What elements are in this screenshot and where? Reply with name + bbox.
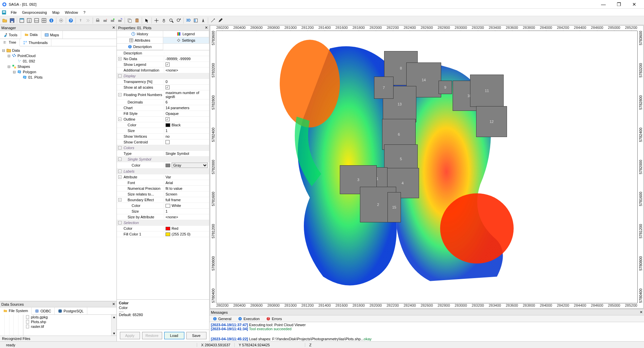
tool-3d-icon[interactable]: 3D (185, 17, 192, 24)
tab-data[interactable]: Data (21, 31, 41, 39)
tool-layout-icon[interactable] (192, 17, 199, 24)
ds-tab-postgresql[interactable]: PostgreSQL (55, 307, 87, 314)
collapse-icon[interactable]: − (118, 198, 122, 202)
plot-polygon[interactable]: 11 (470, 75, 504, 107)
checkbox-outline[interactable]: ✓ (166, 117, 170, 121)
tool-open-icon[interactable] (1, 17, 8, 24)
plot-polygon[interactable]: 15 (387, 192, 401, 222)
menu-file[interactable]: File (8, 10, 19, 15)
map-canvas[interactable]: 8 14 7 9 10 11 12 13 6 5 4 1 3 2 15 (216, 31, 637, 303)
tool-save-icon[interactable] (9, 17, 15, 24)
collapse-icon[interactable]: − (118, 221, 122, 224)
messages-body[interactable]: [2023-04-19/11:37:47] Executing tool: Po… (210, 322, 644, 341)
pointcloud-icon (12, 53, 16, 58)
prop-tab-legend[interactable]: Legend (163, 31, 210, 37)
plot-polygon[interactable]: 7 (374, 77, 394, 99)
subtab-thumbnails[interactable]: Thumbnails (20, 39, 51, 46)
tool-win1-icon[interactable] (18, 17, 25, 24)
menu-map[interactable]: Map (50, 10, 62, 15)
datasources-close-icon[interactable]: ✕ (112, 302, 115, 306)
tool-info-icon[interactable]: i (48, 17, 55, 24)
tool-paste-icon[interactable] (134, 17, 140, 24)
prop-tab-history[interactable]: History (117, 31, 163, 37)
collapse-icon[interactable]: − (118, 118, 122, 121)
tool-link-icon[interactable] (58, 17, 64, 24)
checkbox-show-centroid[interactable] (166, 140, 170, 144)
tool-cross-icon[interactable] (153, 17, 160, 24)
ds-footer[interactable]: Recognized Files (0, 336, 117, 341)
collapse-icon[interactable]: − (118, 158, 122, 161)
ds-file[interactable]: plots.gpkg (24, 315, 111, 319)
checkbox-show-legend[interactable]: ✓ (166, 62, 170, 67)
subtab-tree[interactable]: Tree (0, 39, 20, 46)
maximize-button[interactable]: ❐ (611, 0, 627, 8)
save-button[interactable]: Save (186, 332, 206, 339)
collapse-icon[interactable]: − (118, 170, 122, 173)
plot-polygon[interactable]: 12 (476, 106, 507, 137)
load-button[interactable]: Load (164, 332, 184, 339)
tool-win2-icon[interactable] (26, 17, 33, 24)
properties-close-icon[interactable]: ✕ (205, 26, 208, 30)
tree-pointcloud[interactable]: ⊟PointCloud (7, 53, 115, 58)
tool-north-icon[interactable] (200, 17, 206, 24)
expand-icon[interactable]: + (118, 57, 122, 60)
tool-help-icon[interactable]: ? (67, 17, 74, 24)
tool-win4-icon[interactable] (41, 17, 47, 24)
tool-zoomreset-icon[interactable] (175, 17, 182, 24)
tree-plots[interactable]: 01. Plots (17, 75, 115, 80)
ds-file[interactable]: Plots.shp (24, 319, 111, 324)
collapse-icon[interactable]: − (118, 146, 122, 149)
data-tree[interactable]: ⊟Data ⊟PointCloud 01. 092 ⊟Shapes ⊟Polyg… (0, 46, 117, 301)
msg-tab-errors[interactable]: !Errors (263, 315, 285, 322)
tool-nav2-icon[interactable] (85, 17, 91, 24)
collapse-icon[interactable]: − (118, 93, 122, 96)
collapse-icon[interactable]: − (118, 175, 122, 179)
color-combo[interactable]: Gray (172, 163, 208, 168)
tool-win3-icon[interactable] (33, 17, 40, 24)
menu-help[interactable]: ? (81, 10, 88, 15)
tool-print4-icon[interactable] (117, 17, 123, 24)
tab-maps[interactable]: Maps (41, 31, 63, 39)
plot-polygon[interactable]: 9 (439, 81, 452, 94)
ds-tab-filesystem[interactable]: File System (0, 307, 32, 315)
color-swatch-red[interactable] (166, 227, 170, 230)
tool-print1-icon[interactable] (94, 17, 101, 24)
tree-root-data[interactable]: ⊟Data (1, 48, 115, 53)
msg-tab-general[interactable]: iGeneral (210, 315, 235, 322)
manager-close-icon[interactable]: ✕ (112, 26, 115, 30)
tree-polygon[interactable]: ⊟Polygon (12, 69, 115, 75)
collapse-icon[interactable]: − (118, 74, 122, 78)
tool-print3-icon[interactable] (109, 17, 116, 24)
tool-nav1-icon[interactable] (77, 17, 84, 24)
checkbox-show-all-scales[interactable]: ✓ (166, 85, 170, 89)
tool-pointer-icon[interactable] (143, 17, 150, 24)
msg-tab-execution[interactable]: Execution (235, 315, 263, 322)
ds-nav[interactable] (0, 315, 24, 336)
ds-file[interactable]: raster.tif (24, 324, 111, 329)
prop-tab-attributes[interactable]: Attributes (117, 37, 163, 44)
color-swatch-white[interactable] (166, 204, 170, 208)
tool-copy-icon[interactable] (126, 17, 133, 24)
ds-scrollbar[interactable]: ▴▾ (111, 315, 117, 336)
menu-geoprocessing[interactable]: Geoprocessing (19, 10, 50, 15)
messages-close-icon[interactable]: ✕ (640, 310, 643, 314)
map-view[interactable]: 2802002804002806002808002810002812002814… (210, 25, 644, 309)
color-swatch-gray[interactable] (166, 164, 170, 167)
tab-tools[interactable]: Tools (0, 31, 21, 39)
tool-print2-icon[interactable] (102, 17, 108, 24)
tree-shapes[interactable]: ⊟Shapes (7, 64, 115, 69)
close-window-button[interactable]: ✕ (627, 0, 642, 8)
tool-zoom-icon[interactable] (168, 17, 175, 24)
ds-tab-odbc[interactable]: ODBC (32, 307, 55, 314)
color-swatch-black[interactable] (166, 123, 170, 127)
minimize-button[interactable]: — (596, 0, 611, 8)
tool-measure-icon[interactable] (210, 17, 216, 24)
prop-tab-settings[interactable]: Settings (163, 37, 210, 44)
menu-window[interactable]: Window (62, 10, 81, 15)
prop-tab-description[interactable]: iDescription (117, 44, 163, 50)
color-swatch-yellow[interactable] (166, 232, 170, 236)
tool-pan-icon[interactable] (160, 17, 167, 24)
property-grid[interactable]: Description +No Data-99999; -99999 Show … (117, 50, 209, 300)
tool-edit-icon[interactable] (217, 17, 224, 24)
tree-pc-092[interactable]: 01. 092 (12, 58, 115, 64)
